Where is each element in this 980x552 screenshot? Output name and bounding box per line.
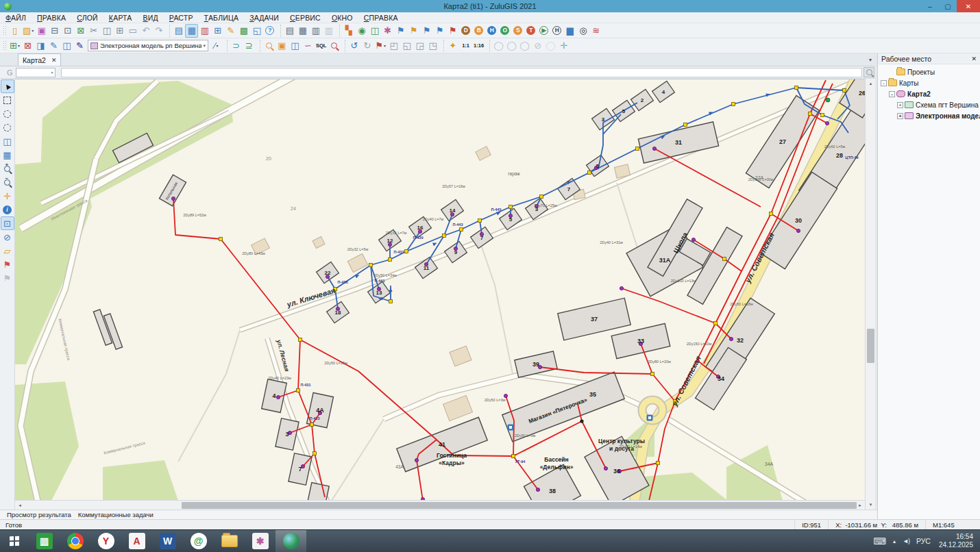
report-extra-button[interactable]: ▥ — [322, 24, 335, 38]
vertical-scroll-thumb[interactable] — [867, 329, 874, 363]
object-info-table-tool[interactable]: ▦ — [1, 148, 14, 162]
menu-item-9[interactable]: СЕРВИС — [290, 14, 321, 22]
layer-add-button[interactable]: ⊞▾ — [8, 39, 21, 53]
chevron-down-icon[interactable]: ▾ — [217, 43, 219, 48]
layer-remove-button[interactable]: ⊠ — [21, 39, 34, 53]
mode-flag-4-button[interactable]: ⚑ — [433, 24, 446, 38]
zoom-in-tool[interactable]: + — [1, 162, 14, 175]
overlay-c-button[interactable]: ◯ — [518, 39, 531, 53]
tray-expand-icon[interactable]: ▴ — [893, 538, 896, 544]
play-button[interactable]: ▶ — [537, 24, 550, 38]
taskbar-clock[interactable]: 16:54 24.12.2025 — [939, 533, 973, 549]
collapse-icon[interactable]: - — [881, 80, 887, 86]
chrome-icon[interactable] — [60, 530, 90, 552]
explorer-icon[interactable] — [214, 530, 245, 552]
speaker-icon[interactable]: ◄) — [903, 538, 909, 544]
style-pen-button[interactable]: ∕▾ — [210, 39, 223, 53]
save-button[interactable]: ▣ — [35, 24, 48, 38]
scale-original-button[interactable]: 1:1 — [459, 39, 472, 53]
tab-close-icon[interactable]: ✕ — [51, 57, 57, 64]
select-poly-tool[interactable] — [1, 121, 14, 134]
tree-item-2[interactable]: -Карты — [878, 77, 980, 88]
menu-item-1[interactable]: ФАЙЛ — [5, 14, 26, 22]
mode-flag-2-button[interactable]: ⚑ — [407, 24, 420, 38]
view-forward-button[interactable]: ↻ — [360, 39, 373, 53]
menu-item-2[interactable]: ПРАВКА — [37, 14, 66, 22]
circle-d-button[interactable]: D — [459, 24, 472, 38]
chevron-down-icon[interactable]: ▾ — [18, 43, 20, 48]
menu-item-6[interactable]: РАСТР — [169, 14, 193, 22]
workspace-panel-close-icon[interactable]: ✕ — [971, 55, 977, 62]
tree-item-5[interactable]: +Электронная модель — [878, 110, 980, 121]
menu-item-8[interactable]: ЗАДАЧИ — [249, 14, 279, 22]
redo-button[interactable]: ↷ — [152, 24, 165, 38]
close-button[interactable]: ✕ — [957, 0, 980, 12]
view-back-button[interactable]: ↺ — [347, 39, 360, 53]
scroll-up-icon[interactable]: ▴ — [866, 79, 876, 88]
layer-draw-button[interactable]: ✎ — [73, 39, 86, 53]
piezo-graph-button[interactable]: ≋ — [589, 24, 602, 38]
overlay-b-button[interactable]: ◯ — [505, 39, 518, 53]
overlay-a-button[interactable]: ◯ — [492, 39, 505, 53]
touch-keyboard-icon[interactable]: ⌨ — [873, 536, 886, 547]
step-button[interactable]: Н — [550, 24, 563, 38]
zoom-out-tool[interactable]: − — [1, 175, 14, 189]
zoom-window-button[interactable]: ◱ — [400, 39, 413, 53]
language-indicator[interactable]: РУС — [916, 537, 931, 545]
yandex-browser-icon[interactable]: Y — [90, 530, 121, 552]
overlay-d-button[interactable]: ⊘ — [531, 39, 544, 53]
expand-icon[interactable]: + — [897, 113, 903, 119]
print-button[interactable]: ⊟ — [48, 24, 61, 38]
pan-tool[interactable]: ✛ — [1, 189, 14, 203]
search-button[interactable] — [863, 67, 874, 77]
edit-mode-button[interactable]: ✎ — [224, 24, 237, 38]
tab-list-dropdown-icon[interactable]: ▾ — [869, 57, 872, 63]
circle-h-button[interactable]: H — [485, 24, 498, 38]
scale-fixed-button[interactable]: 1:16 — [472, 39, 485, 53]
tree-item-3[interactable]: -Карта2 — [878, 88, 980, 99]
chevron-down-icon[interactable]: ▾ — [203, 43, 206, 49]
scroll-left-icon[interactable]: ◂ — [15, 501, 25, 510]
chevron-down-icon[interactable]: ▾ — [384, 43, 386, 48]
layer-edit-button[interactable]: ✎ — [47, 39, 60, 53]
info-tool[interactable]: i — [1, 203, 14, 216]
overlay-e-button[interactable]: ◯ — [544, 39, 557, 53]
semantics-tool[interactable]: ⊡ — [1, 216, 14, 230]
horizontal-scrollbar[interactable]: ◂ ▸ — [15, 500, 865, 510]
zulu-blocks-button[interactable]: ▚ — [342, 24, 355, 38]
labels-toggle-button[interactable]: ✦ — [446, 39, 459, 53]
tab-switch-tasks[interactable]: Коммутационные задачи — [78, 511, 154, 518]
eraser-tool[interactable]: ▱ — [1, 244, 14, 258]
network-source-button[interactable]: ◉ — [355, 24, 368, 38]
new-map-window-button[interactable]: ⊞ — [211, 24, 224, 38]
scroll-right-icon[interactable]: ▸ — [855, 501, 865, 510]
legend-button[interactable]: ▥ — [198, 24, 211, 38]
tree-item-1[interactable]: Проекты — [878, 66, 980, 77]
menu-item-4[interactable]: КАРТА — [109, 14, 132, 22]
map-window-tool[interactable]: ◫ — [1, 134, 14, 148]
chart-button[interactable]: ▆ — [563, 24, 576, 38]
report-load-button[interactable]: ▤ — [283, 24, 296, 38]
select-cursor-tool[interactable]: ▲ — [1, 79, 14, 93]
print-preview-button[interactable]: ⊡ — [61, 24, 74, 38]
select-circle-tool[interactable] — [1, 107, 14, 121]
zoom-out-window-button[interactable]: ◲ — [413, 39, 426, 53]
circle-s-button[interactable]: S — [511, 24, 524, 38]
geo-search-combo[interactable]: ▾ — [16, 68, 56, 77]
help-button[interactable]: ? — [263, 24, 276, 38]
mode-flag-1-button[interactable]: ⚑ — [394, 24, 407, 38]
layer-props-button[interactable]: ◨ — [34, 39, 47, 53]
horizontal-scroll-thumb[interactable] — [182, 502, 857, 509]
layer-list-button[interactable]: ▤ — [172, 24, 185, 38]
circle-t-button[interactable]: T — [524, 24, 537, 38]
target-button[interactable]: ◎ — [576, 24, 589, 38]
mode-flag-3-button[interactable]: ⚑ — [420, 24, 433, 38]
mode-flag-5-button[interactable]: ⚑ — [446, 24, 459, 38]
minimize-button[interactable]: – — [921, 0, 939, 12]
search-database-button[interactable]: ▣ — [275, 39, 289, 53]
layer-manager-button[interactable]: ▦ — [185, 24, 198, 38]
address-search-input[interactable] — [61, 68, 862, 77]
menu-item-7[interactable]: ТАБЛИЦА — [204, 14, 239, 22]
tree-item-4[interactable]: +Схема пгт Вершина Т — [878, 99, 980, 110]
delete-button[interactable]: ▭ — [126, 24, 139, 38]
